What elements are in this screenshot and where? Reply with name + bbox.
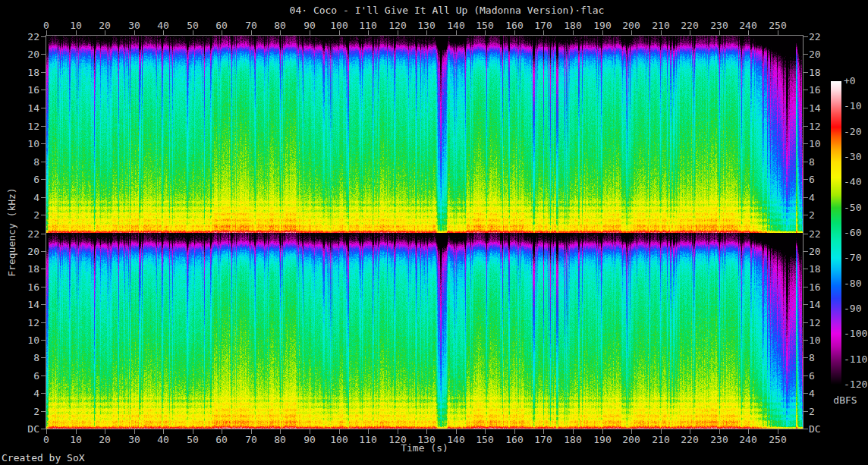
freq-tick-left [41,304,46,305]
colorbar-tick-label: -100 [844,328,867,338]
time-tick-label-top: 50 [178,20,208,30]
time-tick-label-top: 130 [411,20,442,30]
freq-tick-left [41,215,46,215]
freq-tick-label-right: 12 [809,121,821,131]
time-tick-label-top: 110 [353,20,383,30]
freq-tick-label-left: 6 [15,371,39,381]
time-tick-label-top: 160 [499,20,530,30]
freq-tick-label-right: DC [809,424,821,434]
freq-tick-label-left: 18 [15,68,39,77]
freq-tick-right [804,54,808,55]
freq-tick-label-right: 22 [809,32,821,42]
spectrogram-right-channel [46,233,803,429]
freq-tick-label-right: 6 [809,371,815,381]
colorbar-tick-label: -30 [844,152,861,162]
time-tick-label-top: 80 [265,20,295,30]
freq-tick-label-right: 10 [809,139,821,149]
freq-tick-left [41,340,46,341]
time-tick-label-top: 210 [646,20,676,30]
time-tick-label-top: 40 [148,20,178,30]
time-tick-label-top: 250 [763,20,793,30]
freq-tick-label-left: 4 [15,193,39,203]
freq-tick-right [804,108,808,108]
freq-tick-left [41,197,46,198]
freq-tick-right [804,197,808,198]
freq-tick-label-right: 22 [809,229,821,239]
colorbar-tick-label: -20 [844,127,861,137]
colorbar-tick-label: -40 [844,177,861,187]
freq-tick-right [804,179,808,180]
spectrogram-left-channel [46,36,803,233]
freq-tick-label-right: 14 [809,300,821,309]
freq-tick-right [804,162,808,162]
freq-tick-left [41,143,46,144]
freq-tick-label-right: 20 [809,247,821,256]
time-tick-label-top: 190 [587,20,618,30]
freq-tick-left [41,287,46,287]
freq-tick-left [41,54,46,55]
freq-tick-label-left: 2 [15,407,39,416]
colorbar-tick-label: -80 [844,278,861,288]
freq-tick-label-left: 8 [15,353,39,363]
freq-tick-right [804,72,808,73]
freq-tick-label-left: 2 [15,210,39,220]
freq-tick-label-right: 16 [809,85,821,95]
freq-tick-left [41,269,46,269]
freq-tick-label-right: 4 [809,193,815,203]
chart-title: 04· Coco - I'll Give It All Up (Madonna … [46,5,848,15]
freq-tick-label-left: 16 [15,282,39,292]
time-tick-label-top: 240 [733,20,763,30]
time-tick-label-top: 170 [528,20,558,30]
freq-tick-right [804,126,808,127]
freq-tick-label-right: 6 [809,174,815,184]
freq-tick-label-right: 2 [809,210,815,220]
colorbar-unit-label: dBFS [827,395,863,405]
freq-tick-left [41,90,46,90]
freq-tick-right [804,322,808,323]
colorbar [831,81,841,385]
freq-tick-label-left: 22 [15,32,39,42]
time-tick-label-top: 200 [616,20,646,30]
freq-tick-label-right: 18 [809,68,821,77]
time-tick-label-top: 150 [470,20,500,30]
freq-tick-label-right: 20 [809,49,821,59]
freq-tick-label-left: 4 [15,388,39,398]
freq-tick-left [41,393,46,394]
freq-tick-right [804,215,808,215]
time-tick-label-top: 60 [206,20,237,30]
colorbar-tick-label: -110 [844,354,867,364]
freq-tick-label-left: 10 [15,139,39,149]
freq-tick-label-left: 8 [15,157,39,167]
freq-tick-label-left: 18 [15,264,39,274]
freq-tick-left [41,72,46,73]
freq-tick-right [804,357,808,358]
freq-tick-label-left: 12 [15,121,39,131]
time-tick-label-top: 10 [61,20,91,30]
freq-tick-left [41,251,46,252]
time-tick-label-top: 70 [236,20,266,30]
time-tick-label-top: 100 [324,20,354,30]
freq-tick-right [804,411,808,412]
freq-tick-label-left: 16 [15,85,39,95]
creator-credit: Created by SoX [2,453,85,463]
time-tick-label-top: 0 [31,20,61,30]
colorbar-tick-label: +0 [844,76,856,86]
freq-tick-right [804,269,808,269]
freq-tick-left [41,411,46,412]
time-tick-label-top: 20 [90,20,120,30]
time-tick-label-top: 180 [558,20,588,30]
freq-tick-label-right: 4 [809,388,815,398]
time-tick-label-top: 230 [704,20,734,30]
freq-tick-right [804,340,808,341]
freq-tick-right [804,393,808,394]
freq-tick-left [41,375,46,376]
freq-tick-label-right: 16 [809,282,821,292]
sox-spectrogram-window: 04· Coco - I'll Give It All Up (Madonna … [0,0,868,465]
time-tick-label-top: 90 [294,20,325,30]
freq-tick-label-left: 20 [15,247,39,256]
freq-tick-left [41,322,46,323]
freq-tick-left [41,234,46,234]
colorbar-tick-label: -60 [844,228,861,237]
colorbar-tick-label: -10 [844,101,861,111]
colorbar-tick-label: -70 [844,253,861,262]
